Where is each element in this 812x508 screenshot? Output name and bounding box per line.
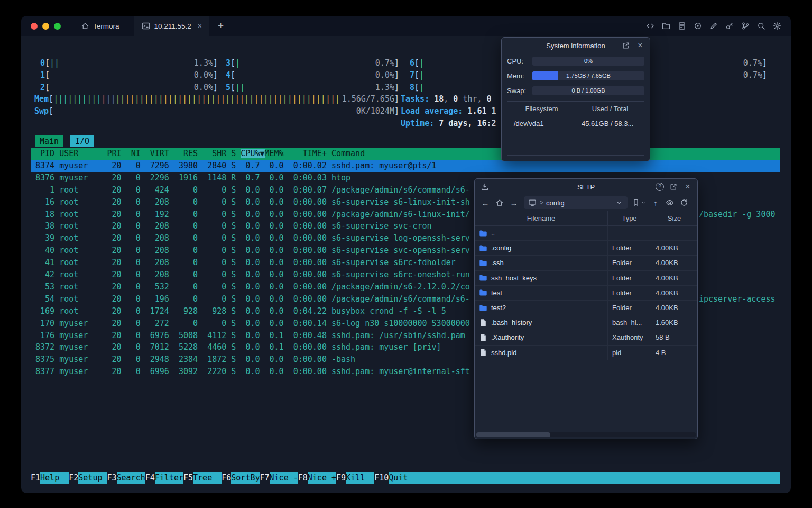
col-size[interactable]: Size: [651, 211, 697, 225]
sftp-panel: SFTP ? × ← → > config ↑: [474, 178, 698, 439]
tab-bar: Termora 10.211.55.2 × +: [21, 16, 791, 36]
chevron-down-icon[interactable]: [614, 198, 624, 207]
system-information-panel: System information × CPU:0%Mem:1.75GB / …: [501, 37, 650, 161]
file-icon: [479, 319, 487, 327]
bookmark-icon: [631, 198, 641, 207]
transfers-icon[interactable]: [480, 182, 490, 192]
file-row[interactable]: .bash_historybash_hi...1.60KB: [475, 315, 697, 330]
home-button[interactable]: [493, 196, 506, 209]
fkey-f1[interactable]: F1Help: [31, 472, 69, 484]
folder-icon[interactable]: [660, 21, 671, 32]
cpu-meter-0: 0[||1.3%]: [40, 57, 218, 69]
file-size: 1.60KB: [651, 315, 697, 330]
file-row[interactable]: ssh_host_keysFolder4.00KB: [475, 271, 697, 286]
mem-value: 1.75GB / 7.65GB: [566, 72, 611, 79]
file-row[interactable]: sshd.pidpid4 B: [475, 346, 697, 360]
file-size: 58 B: [651, 330, 697, 344]
file-row[interactable]: test2Folder4.00KB: [475, 301, 697, 315]
col-filename[interactable]: Filename: [475, 214, 607, 222]
swap-row: Swap:0 B / 1.00GB: [502, 83, 650, 98]
process-table-header[interactable]: PID USER PRI NI VIRT RES SHR S CPU%▼MEM%…: [31, 148, 780, 160]
open-in-new-window-icon[interactable]: [621, 41, 631, 50]
log-icon[interactable]: [676, 21, 687, 32]
open-in-new-window-icon[interactable]: [669, 182, 678, 192]
file-type: bash_hi...: [607, 315, 651, 330]
chevron-down-icon: [640, 199, 646, 205]
file-row[interactable]: .configFolder4.00KB: [475, 241, 697, 256]
uptime: Uptime: 7 days, 16:2: [401, 117, 496, 130]
record-icon[interactable]: [692, 21, 703, 32]
fs-col-used-total: Used / Total: [576, 102, 644, 116]
tab-close-icon[interactable]: ×: [198, 22, 202, 30]
file-name: test: [491, 289, 502, 297]
fkey-f3[interactable]: F3Search: [107, 472, 145, 484]
swap-line: Swp[0K/1024M]Load average: 1.61 1: [21, 105, 791, 117]
refresh-button[interactable]: [678, 196, 690, 209]
mem-label: Mem:: [507, 72, 532, 80]
fkey-f9[interactable]: F9Kill: [336, 472, 374, 484]
sftp-title-bar: SFTP ? ×: [475, 179, 697, 195]
cpu-meter-row: 2[0.0%]5[||1.3%]8[|: [21, 81, 791, 94]
close-window-button[interactable]: [31, 23, 38, 30]
session-tab[interactable]: 10.211.55.2 ×: [134, 16, 210, 36]
horizontal-scrollbar[interactable]: [476, 432, 696, 437]
memory-meter: Mem[||||||||||||||||||||||||||||||||||||…: [34, 93, 399, 105]
edit-icon[interactable]: [708, 21, 719, 32]
key-icon[interactable]: [724, 21, 735, 32]
forward-button[interactable]: →: [508, 196, 520, 209]
cpu-row: CPU:0%: [502, 53, 650, 68]
file-type: Folder: [607, 301, 651, 315]
file-name: ..: [491, 229, 495, 237]
file-row[interactable]: .XauthorityXauthority58 B: [475, 330, 697, 345]
branch-icon[interactable]: [740, 21, 751, 32]
fkey-f5[interactable]: F5Tree: [183, 472, 222, 484]
home-tab[interactable]: Termora: [69, 16, 134, 36]
close-panel-icon[interactable]: ×: [635, 41, 645, 50]
fkey-f6[interactable]: F6SortBy: [222, 472, 260, 484]
col-type[interactable]: Type: [607, 211, 651, 225]
file-size: 4 B: [651, 346, 697, 360]
htop-tab-io[interactable]: I/O: [70, 135, 94, 147]
minimize-window-button[interactable]: [42, 23, 49, 30]
file-row[interactable]: ..: [475, 226, 697, 241]
new-tab-button[interactable]: +: [209, 20, 232, 32]
file-icon: [479, 333, 487, 342]
help-icon[interactable]: ?: [656, 183, 664, 191]
mem-row: Mem:1.75GB / 7.65GB: [502, 68, 650, 83]
home-tab-label: Termora: [93, 22, 119, 30]
path-breadcrumb[interactable]: > config: [524, 196, 628, 209]
filesystem-table-header: Filesystem Used / Total: [508, 102, 644, 116]
cpu-bar: 0%: [532, 57, 644, 66]
close-panel-icon[interactable]: ×: [683, 182, 693, 192]
code-icon[interactable]: [644, 21, 656, 32]
uptime-line: Uptime: 7 days, 16:2: [21, 117, 791, 130]
show-hidden-button[interactable]: [663, 196, 676, 209]
file-row[interactable]: .sshFolder4.00KB: [475, 256, 697, 270]
folder-icon: [479, 304, 487, 312]
file-row[interactable]: testFolder4.00KB: [475, 286, 697, 301]
session-tab-title: 10.211.55.2: [154, 22, 191, 30]
scrollbar-thumb[interactable]: [476, 432, 550, 437]
file-type: Xauthority: [607, 330, 651, 344]
window-controls: [21, 23, 69, 30]
zoom-window-button[interactable]: [54, 23, 61, 30]
fkey-f7[interactable]: F7Nice -: [260, 472, 298, 484]
sort-column-cpu[interactable]: CPU%▼: [241, 149, 264, 158]
search-icon[interactable]: [755, 21, 767, 32]
mem-bar: 1.75GB / 7.65GB: [532, 71, 644, 80]
bookmark-button[interactable]: [631, 196, 648, 209]
fkey-f8[interactable]: F8Nice +: [298, 472, 336, 484]
fkey-f4[interactable]: F4Filter: [145, 472, 183, 484]
up-directory-button[interactable]: ↑: [649, 196, 662, 209]
fkey-f2[interactable]: F2Setup: [69, 472, 107, 484]
fs-usage: 45.61GB / 58.3...: [576, 116, 644, 131]
current-directory: config: [546, 199, 565, 207]
htop-tab-main[interactable]: Main: [35, 135, 63, 147]
process-row[interactable]: 8374 myuser 20 0 7296 3980 2840 S 0.7 0.…: [31, 160, 780, 172]
fkey-f10[interactable]: F10Quit: [374, 472, 417, 484]
function-key-bar: F1Help F2Setup F3SearchF4FilterF5Tree F6…: [31, 472, 780, 484]
path-separator: >: [540, 199, 543, 206]
cpu-meter-3: 3[|0.7%]: [226, 57, 399, 69]
back-button[interactable]: ←: [479, 196, 492, 209]
settings-icon[interactable]: [771, 21, 782, 32]
